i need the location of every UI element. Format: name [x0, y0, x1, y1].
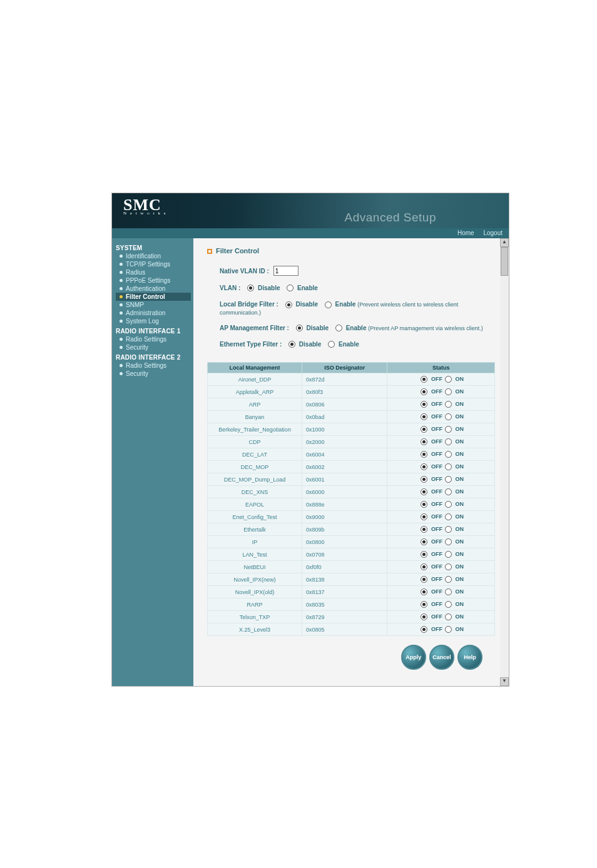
status-on-radio[interactable]	[445, 413, 452, 420]
status-off-text: OFF	[431, 601, 442, 607]
status-off-radio[interactable]	[421, 388, 427, 395]
cell-status: OFF ON	[387, 461, 495, 473]
scrollbar[interactable]: ▲ ▼	[500, 238, 509, 686]
scroll-down-icon[interactable]: ▼	[500, 677, 509, 686]
status-on-radio[interactable]	[445, 463, 452, 470]
status-off-radio[interactable]	[421, 588, 427, 595]
status-off-radio[interactable]	[421, 476, 427, 483]
status-on-text: ON	[455, 501, 464, 507]
bullet-icon	[120, 338, 123, 341]
bullet-icon	[120, 263, 123, 266]
sidebar-item[interactable]: SNMP	[116, 301, 191, 309]
status-off-radio[interactable]	[421, 526, 427, 533]
cell-name: Ethertalk	[208, 523, 302, 536]
cell-iso: 0x0708	[302, 548, 387, 561]
status-off-text: OFF	[431, 413, 442, 420]
status-off-radio[interactable]	[421, 551, 427, 558]
sidebar-item[interactable]: Radius	[116, 268, 191, 276]
status-on-radio[interactable]	[445, 526, 452, 533]
cell-iso: 0x872d	[302, 373, 387, 386]
status-off-radio[interactable]	[421, 501, 427, 508]
status-off-radio[interactable]	[421, 513, 427, 520]
sidebar-item[interactable]: PPPoE Settings	[116, 276, 191, 285]
sidebar-item[interactable]: Filter Control	[116, 293, 191, 301]
vlan-enable-radio[interactable]	[287, 285, 293, 291]
status-off-radio[interactable]	[421, 488, 427, 495]
bullet-icon	[120, 295, 123, 298]
sidebar-item-label: Security	[126, 370, 148, 377]
status-off-radio[interactable]	[421, 626, 427, 633]
cancel-button[interactable]: Cancel	[429, 645, 454, 670]
sidebar-item[interactable]: Radio Settings	[116, 361, 191, 370]
status-on-radio[interactable]	[445, 538, 452, 545]
eth-filter-enable-radio[interactable]	[328, 341, 335, 348]
status-on-radio[interactable]	[445, 613, 452, 620]
status-on-radio[interactable]	[445, 501, 452, 508]
apply-button[interactable]: Apply	[401, 645, 426, 670]
ap-mgmt-enable-radio[interactable]	[335, 325, 342, 331]
status-off-radio[interactable]	[421, 413, 427, 420]
ap-mgmt-hint: (Prevent AP mamagement via wireless clie…	[368, 325, 482, 331]
status-off-radio[interactable]	[421, 401, 427, 408]
status-on-radio[interactable]	[445, 488, 452, 495]
eth-filter-disable-radio[interactable]	[288, 341, 295, 348]
status-off-radio[interactable]	[421, 451, 427, 458]
help-button[interactable]: Help	[457, 645, 482, 670]
status-off-radio[interactable]	[421, 463, 427, 470]
status-off-radio[interactable]	[421, 376, 427, 383]
status-on-radio[interactable]	[445, 588, 452, 595]
cell-status: OFF ON	[387, 386, 495, 398]
sidebar-item[interactable]: Security	[116, 370, 191, 378]
status-on-text: ON	[455, 488, 464, 495]
table-row: Appletalk_ARP0x80f3 OFF ON	[208, 386, 495, 398]
status-off-radio[interactable]	[421, 601, 427, 608]
sidebar-item[interactable]: TCP/IP Settings	[116, 260, 191, 268]
button-bar: Apply Cancel Help	[207, 636, 495, 675]
vlan-label: VLAN :	[220, 285, 240, 291]
native-vlan-input[interactable]	[273, 266, 298, 276]
status-on-radio[interactable]	[445, 576, 452, 583]
status-on-radio[interactable]	[445, 551, 452, 558]
status-on-radio[interactable]	[445, 388, 452, 395]
scroll-up-icon[interactable]: ▲	[500, 238, 509, 247]
sidebar-item[interactable]: Security	[116, 343, 191, 351]
local-bridge-disable-radio[interactable]	[285, 301, 292, 308]
status-on-radio[interactable]	[445, 476, 452, 483]
status-on-radio[interactable]	[445, 563, 452, 570]
status-on-radio[interactable]	[445, 401, 452, 408]
sidebar-item[interactable]: System Log	[116, 317, 191, 325]
status-on-radio[interactable]	[445, 601, 452, 608]
status-off-radio[interactable]	[421, 563, 427, 570]
scroll-track[interactable]	[500, 247, 509, 677]
ethernet-type-table: Local Management ISO Designator Status A…	[207, 362, 495, 636]
local-bridge-enable-radio[interactable]	[325, 301, 332, 308]
cell-status: OFF ON	[387, 623, 495, 636]
logout-link[interactable]: Logout	[483, 230, 503, 236]
status-on-radio[interactable]	[445, 513, 452, 520]
cell-status: OFF ON	[387, 561, 495, 573]
status-on-radio[interactable]	[445, 438, 452, 445]
sidebar-item[interactable]: Administration	[116, 309, 191, 317]
status-on-radio[interactable]	[445, 426, 452, 433]
scroll-thumb[interactable]	[501, 247, 508, 276]
status-off-radio[interactable]	[421, 438, 427, 445]
ap-mgmt-disable-radio[interactable]	[296, 325, 303, 331]
status-on-radio[interactable]	[445, 626, 452, 633]
status-on-radio[interactable]	[445, 451, 452, 458]
vlan-disable-radio[interactable]	[247, 285, 254, 291]
status-on-radio[interactable]	[445, 376, 452, 383]
status-off-radio[interactable]	[421, 576, 427, 583]
sidebar-item[interactable]: Radio Settings	[116, 335, 191, 343]
status-off-radio[interactable]	[421, 613, 427, 620]
bullet-icon	[120, 320, 123, 323]
cell-status: OFF ON	[387, 611, 495, 623]
sidebar-item-label: Radio Settings	[126, 362, 166, 369]
sidebar-item[interactable]: Authentication	[116, 285, 191, 293]
cell-name: Novell_IPX(new)	[208, 573, 302, 586]
table-row: RARP0x8035 OFF ON	[208, 598, 495, 611]
status-off-radio[interactable]	[421, 538, 427, 545]
bullet-icon	[120, 346, 123, 349]
home-link[interactable]: Home	[457, 230, 474, 236]
status-off-radio[interactable]	[421, 426, 427, 433]
sidebar-item[interactable]: Identification	[116, 252, 191, 260]
